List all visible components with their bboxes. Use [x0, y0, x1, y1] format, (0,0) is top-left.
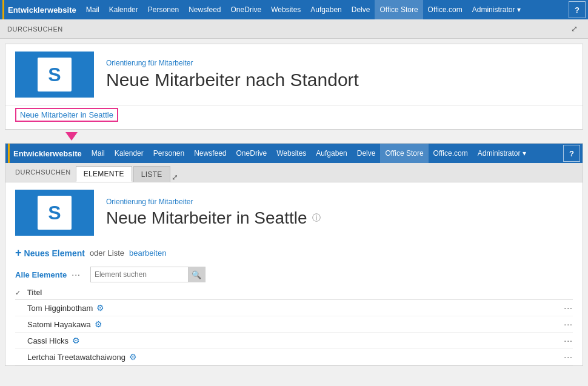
bottom-nav-newsfeed[interactable]: Newsfeed: [189, 144, 231, 163]
row-more-btn-0[interactable]: ···: [564, 303, 573, 313]
gear-icon-2[interactable]: ⚙: [72, 336, 80, 345]
main-title-text: Neue Mitarbeiter in Seattle: [106, 208, 307, 228]
logo-letter-bottom: S: [48, 202, 61, 224]
logo-box-bottom: S: [15, 190, 94, 236]
bottom-nav-delve[interactable]: Delve: [352, 144, 381, 163]
tab-elemente[interactable]: ELEMENTE: [76, 166, 132, 182]
help-button[interactable]: ?: [569, 1, 586, 18]
list-item: Lertchai Treetawatchaiwong ⚙ ···: [15, 349, 573, 365]
logo-letter-top: S: [48, 64, 61, 86]
gear-icon-3[interactable]: ⚙: [129, 352, 137, 362]
list-search-wrapper: 🔍: [90, 267, 205, 282]
nav-aufgaben[interactable]: Aufgaben: [306, 0, 346, 19]
bottom-brand-link[interactable]: Entwicklerwebsite: [8, 144, 87, 163]
add-plus-icon: +: [15, 247, 22, 259]
nav-office-store[interactable]: Office Store: [375, 0, 423, 19]
list-item: Cassi Hicks ⚙ ···: [15, 333, 573, 349]
row-name-text-0: Tom Higginbotham: [27, 304, 93, 313]
header-area-top: S Orientierung für Mitarbeiter Neue Mita…: [5, 44, 583, 105]
row-name-1: Satomi Hayakawa ⚙: [27, 319, 559, 329]
check-col-header: ✓: [15, 289, 27, 297]
action-separator: oder Liste: [90, 248, 124, 258]
nav-onedrive[interactable]: OneDrive: [226, 0, 267, 19]
list-table: ✓ Titel Tom Higginbotham ⚙ ··· Satomi Ha…: [5, 286, 583, 365]
panel-top: S Orientierung für Mitarbeiter Neue Mita…: [5, 44, 583, 130]
row-name-text-1: Satomi Hayakawa: [27, 320, 91, 329]
bottom-nav-office-com[interactable]: Office.com: [429, 144, 473, 163]
top-nav-bar: Entwicklerwebsite Mail Kalender Personen…: [0, 0, 588, 19]
list-header-row: ✓ Titel: [15, 286, 573, 300]
breadcrumb-area: Neue Mitarbeiter in Seattle: [5, 105, 583, 129]
panel-bottom: Entwicklerwebsite Mail Kalender Personen…: [5, 143, 583, 366]
add-new-label[interactable]: Neues Element: [24, 248, 85, 258]
row-more-btn-2[interactable]: ···: [564, 336, 573, 345]
info-icon[interactable]: ⓘ: [312, 213, 321, 224]
row-name-3: Lertchai Treetawatchaiwong ⚙: [27, 352, 559, 362]
subtitle-top: Orientierung für Mitarbeiter: [106, 59, 359, 67]
nav-newsfeed[interactable]: Newsfeed: [184, 0, 226, 19]
all-elements-link[interactable]: Alle Elemente: [15, 270, 67, 279]
bottom-nav-office-store[interactable]: Office Store: [380, 144, 428, 163]
edit-link[interactable]: bearbeiten: [129, 248, 166, 258]
nav-mail[interactable]: Mail: [81, 0, 104, 19]
list-controls: Alle Elemente ··· 🔍: [5, 263, 583, 286]
all-elements-more-btn[interactable]: ···: [72, 270, 81, 279]
bottom-nav-personen[interactable]: Personen: [149, 144, 189, 163]
bottom-nav-onedrive[interactable]: OneDrive: [232, 144, 272, 163]
nav-administrator[interactable]: Administrator ▾: [467, 0, 526, 19]
list-search-button[interactable]: 🔍: [188, 267, 205, 282]
nav-delve[interactable]: Delve: [347, 0, 375, 19]
subtitle-bottom: Orientierung für Mitarbeiter: [106, 198, 321, 206]
list-search-input[interactable]: [91, 270, 188, 279]
row-name-2: Cassi Hicks ⚙: [27, 336, 559, 345]
main-title-bottom: Neue Mitarbeiter in Seattle ⓘ: [106, 208, 321, 228]
nav-websites[interactable]: Websites: [266, 0, 306, 19]
tab-liste[interactable]: LISTE: [133, 166, 170, 182]
action-bar: + Neues Element oder Liste bearbeiten: [5, 243, 583, 263]
bottom-nav-aufgaben[interactable]: Aufgaben: [311, 144, 352, 163]
arrow-indicator: [5, 130, 583, 143]
row-name-text-3: Lertchai Treetawatchaiwong: [27, 353, 125, 362]
search-label-top: DURCHSUCHEN: [7, 25, 63, 33]
logo-inner-top: S: [38, 58, 72, 92]
bottom-nav-websites[interactable]: Websites: [272, 144, 311, 163]
main-title-top: Neue Mitarbeiter nach Standort: [106, 70, 359, 90]
search-magnify-icon: 🔍: [192, 270, 201, 279]
tabs-bar: DURCHSUCHEN ELEMENTE LISTE ⤢: [5, 163, 583, 182]
row-more-btn-3[interactable]: ···: [564, 352, 573, 362]
bottom-help-button[interactable]: ?: [563, 145, 580, 162]
expand-button-bottom[interactable]: ⤢: [172, 173, 178, 182]
row-name-0: Tom Higginbotham ⚙: [27, 303, 559, 313]
tab-durchsuchen-label[interactable]: DURCHSUCHEN: [10, 162, 76, 182]
nav-kalender[interactable]: Kalender: [104, 0, 143, 19]
bottom-nav-kalender[interactable]: Kalender: [110, 144, 149, 163]
gear-icon-1[interactable]: ⚙: [95, 319, 102, 329]
list-item: Tom Higginbotham ⚙ ···: [15, 300, 573, 316]
expand-button-top[interactable]: ⤢: [567, 22, 581, 36]
row-name-text-2: Cassi Hicks: [27, 336, 68, 345]
bottom-nav-bar: Entwicklerwebsite Mail Kalender Personen…: [5, 144, 583, 163]
row-more-btn-1[interactable]: ···: [564, 319, 573, 329]
nav-personen[interactable]: Personen: [143, 0, 184, 19]
breadcrumb-link[interactable]: Neue Mitarbeiter in Seattle: [15, 108, 118, 122]
nav-office-com[interactable]: Office.com: [423, 0, 467, 19]
bottom-nav-mail[interactable]: Mail: [87, 144, 110, 163]
gear-icon-0[interactable]: ⚙: [96, 303, 104, 313]
logo-box-top: S: [15, 52, 94, 98]
search-bar-top: DURCHSUCHEN ⤢: [0, 19, 588, 39]
bottom-nav-administrator[interactable]: Administrator ▾: [473, 144, 531, 163]
down-arrow-icon: [65, 132, 78, 141]
header-text-top: Orientierung für Mitarbeiter Neue Mitarb…: [106, 52, 359, 98]
list-item: Satomi Hayakawa ⚙ ···: [15, 316, 573, 333]
header-area-bottom: S Orientierung für Mitarbeiter Neue Mita…: [5, 182, 583, 243]
brand-link[interactable]: Entwicklerwebsite: [2, 0, 81, 19]
logo-inner-bottom: S: [38, 196, 72, 230]
header-text-bottom: Orientierung für Mitarbeiter Neue Mitarb…: [106, 190, 321, 236]
title-col-header: Titel: [27, 288, 42, 297]
